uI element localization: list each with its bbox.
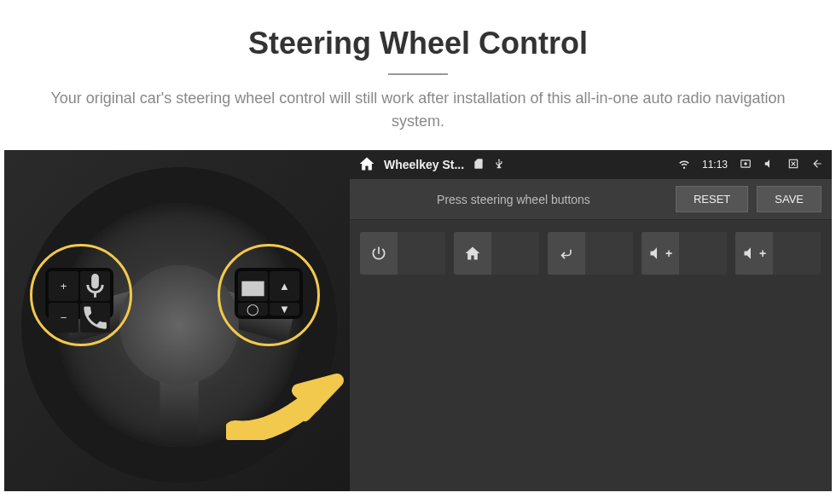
grid-cell-power[interactable] xyxy=(360,232,445,275)
home-icon[interactable] xyxy=(358,155,375,175)
sd-card-icon xyxy=(473,158,485,172)
status-bar: Wheelkey St... 11:13 xyxy=(350,150,832,179)
steering-wheel-photo: + − ▲ ◯ ▼ xyxy=(4,150,350,491)
close-app-icon[interactable] xyxy=(787,158,799,172)
toolbar: Press steering wheel buttons RESET SAVE xyxy=(350,179,832,220)
save-button[interactable]: SAVE xyxy=(757,186,821,212)
screenshot-icon[interactable] xyxy=(740,158,752,172)
page-title: Steering Wheel Control xyxy=(34,26,802,61)
volume-up-icon: + xyxy=(642,232,679,275)
toolbar-prompt: Press steering wheel buttons xyxy=(360,193,667,206)
svg-point-2 xyxy=(744,162,747,165)
page-subtitle: Your original car's steering wheel contr… xyxy=(43,87,793,133)
clock-time: 11:13 xyxy=(702,159,728,171)
mute-icon[interactable] xyxy=(763,158,775,172)
grid-cell-volup-2[interactable]: + xyxy=(735,232,821,275)
grid-cell-volup-1[interactable]: + xyxy=(642,232,727,275)
highlight-circle-left xyxy=(30,244,132,346)
volume-up-icon: + xyxy=(735,232,773,275)
power-icon xyxy=(360,232,398,275)
usb-icon xyxy=(493,158,505,172)
return-icon xyxy=(548,232,585,275)
button-grid: + + xyxy=(350,220,832,287)
back-icon[interactable] xyxy=(811,158,823,172)
content-panel: + − ▲ ◯ ▼ xyxy=(4,150,832,491)
wifi-icon xyxy=(678,158,690,172)
highlight-circle-right xyxy=(218,244,320,346)
app-title: Wheelkey St... xyxy=(384,158,464,171)
home-icon xyxy=(454,232,491,275)
grid-cell-back[interactable] xyxy=(548,232,633,275)
grid-cell-home[interactable] xyxy=(454,232,539,275)
arrow-icon xyxy=(226,372,350,440)
head-unit-screen: Wheelkey St... 11:13 xyxy=(350,150,832,491)
reset-button[interactable]: RESET xyxy=(676,186,748,212)
title-divider xyxy=(388,73,448,75)
